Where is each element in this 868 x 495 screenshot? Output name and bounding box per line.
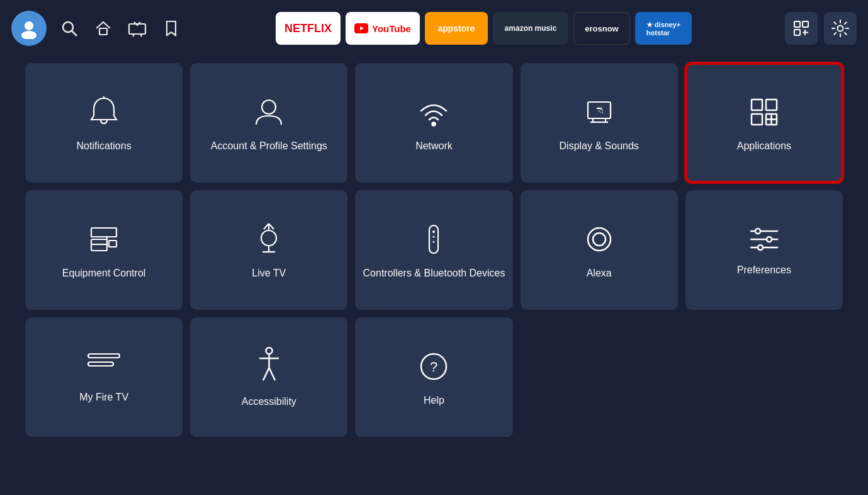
svg-rect-9 bbox=[794, 21, 800, 27]
controllers-bluetooth-tile[interactable]: Controllers & Bluetooth Devices bbox=[355, 190, 512, 310]
network-label: Network bbox=[415, 140, 453, 153]
add-app-button[interactable] bbox=[785, 12, 818, 45]
svg-point-51 bbox=[767, 237, 772, 242]
youtube-icon bbox=[354, 23, 368, 33]
equipment-control-icon bbox=[85, 220, 123, 258]
account-icon bbox=[250, 93, 288, 131]
topbar: NETFLIX YouTube appstore amazon music er… bbox=[0, 0, 868, 57]
equipment-control-tile[interactable]: Equipment Control bbox=[25, 190, 183, 310]
live-tv-icon bbox=[250, 220, 288, 258]
empty-cell-2 bbox=[685, 317, 843, 437]
svg-point-17 bbox=[432, 122, 436, 125]
svg-rect-41 bbox=[429, 225, 438, 253]
avatar[interactable] bbox=[11, 11, 47, 46]
applications-label: Applications bbox=[737, 140, 791, 153]
svg-point-42 bbox=[432, 230, 435, 233]
topbar-right bbox=[785, 12, 857, 45]
svg-line-3 bbox=[72, 31, 77, 36]
alexa-label: Alexa bbox=[587, 267, 612, 280]
svg-rect-11 bbox=[794, 30, 800, 35]
svg-marker-8 bbox=[360, 26, 364, 30]
hotstar-app-button[interactable]: ★ disney+hotstar bbox=[635, 12, 692, 45]
empty-cell bbox=[521, 317, 678, 437]
svg-text:◁: ◁ bbox=[598, 107, 603, 114]
topbar-left bbox=[11, 11, 183, 46]
svg-line-38 bbox=[269, 224, 274, 229]
svg-point-50 bbox=[755, 229, 760, 234]
appstore-app-button[interactable]: appstore bbox=[425, 12, 488, 45]
live-tv-tile[interactable]: Live TV bbox=[190, 190, 347, 310]
svg-text:?: ? bbox=[430, 359, 437, 375]
settings-icon[interactable] bbox=[824, 12, 857, 45]
alexa-icon bbox=[580, 220, 618, 258]
applications-tile[interactable]: Applications bbox=[685, 63, 843, 183]
svg-rect-32 bbox=[91, 228, 116, 237]
notifications-label: Notifications bbox=[77, 140, 132, 153]
svg-rect-34 bbox=[109, 241, 116, 247]
equipment-control-label: Equipment Control bbox=[62, 267, 146, 280]
svg-point-1 bbox=[21, 31, 37, 39]
accessibility-label: Accessibility bbox=[242, 395, 296, 409]
svg-rect-25 bbox=[766, 100, 777, 110]
svg-line-58 bbox=[263, 368, 269, 380]
live-tv-label: Live TV bbox=[252, 267, 286, 280]
svg-point-52 bbox=[758, 245, 763, 250]
display-sounds-label: Display & Sounds bbox=[560, 140, 639, 153]
erosnow-app-button[interactable]: erosnow bbox=[573, 12, 630, 45]
settings-grid-container: Notifications Account & Profile Settings bbox=[0, 57, 868, 443]
display-sounds-tile[interactable]: ◁ Display & Sounds bbox=[521, 63, 678, 183]
svg-point-45 bbox=[588, 228, 611, 251]
my-fire-tv-icon bbox=[85, 351, 123, 382]
svg-rect-53 bbox=[88, 354, 120, 358]
svg-point-44 bbox=[433, 241, 435, 242]
svg-rect-4 bbox=[99, 28, 107, 35]
controllers-bluetooth-icon bbox=[418, 220, 449, 258]
svg-point-2 bbox=[63, 22, 73, 32]
account-profile-tile[interactable]: Account & Profile Settings bbox=[190, 63, 347, 183]
alexa-tile[interactable]: Alexa bbox=[521, 190, 678, 310]
preferences-tile[interactable]: Preferences bbox=[685, 190, 843, 310]
svg-point-35 bbox=[261, 230, 276, 246]
topbar-apps: NETFLIX YouTube appstore amazon music er… bbox=[189, 12, 779, 45]
my-fire-tv-label: My Fire TV bbox=[79, 391, 128, 404]
applications-icon bbox=[745, 93, 783, 131]
display-sounds-icon: ◁ bbox=[580, 93, 618, 131]
notifications-icon bbox=[85, 93, 123, 131]
svg-point-16 bbox=[262, 100, 276, 114]
accessibility-icon bbox=[252, 346, 286, 387]
network-icon bbox=[415, 93, 453, 131]
svg-line-59 bbox=[269, 368, 275, 380]
preferences-label: Preferences bbox=[737, 264, 791, 277]
network-tile[interactable]: Network bbox=[355, 63, 512, 183]
account-profile-label: Account & Profile Settings bbox=[211, 140, 327, 153]
settings-grid: Notifications Account & Profile Settings bbox=[25, 63, 843, 437]
accessibility-tile[interactable]: Accessibility bbox=[190, 317, 347, 437]
help-icon: ? bbox=[415, 348, 453, 385]
amazonmusic-app-button[interactable]: amazon music bbox=[493, 12, 568, 45]
svg-point-55 bbox=[266, 348, 272, 354]
svg-point-46 bbox=[593, 233, 606, 246]
home-icon[interactable] bbox=[92, 17, 115, 40]
help-label: Help bbox=[424, 394, 444, 407]
notifications-tile[interactable]: Notifications bbox=[25, 63, 183, 183]
svg-point-0 bbox=[25, 21, 33, 30]
preferences-icon bbox=[745, 224, 783, 255]
svg-rect-26 bbox=[752, 114, 762, 125]
my-fire-tv-tile[interactable]: My Fire TV bbox=[25, 317, 183, 437]
bookmark-icon[interactable] bbox=[160, 17, 183, 40]
svg-rect-24 bbox=[752, 100, 762, 110]
netflix-app-button[interactable]: NETFLIX bbox=[276, 12, 341, 45]
svg-line-37 bbox=[264, 224, 269, 229]
svg-rect-54 bbox=[88, 362, 113, 366]
search-icon[interactable] bbox=[58, 17, 81, 40]
controllers-bluetooth-label: Controllers & Bluetooth Devices bbox=[363, 267, 505, 280]
youtube-app-button[interactable]: YouTube bbox=[346, 12, 420, 45]
svg-point-43 bbox=[433, 236, 435, 237]
svg-rect-10 bbox=[803, 21, 808, 27]
svg-point-14 bbox=[838, 26, 843, 31]
tv-icon[interactable] bbox=[126, 17, 149, 40]
help-tile[interactable]: ? Help bbox=[355, 317, 512, 437]
